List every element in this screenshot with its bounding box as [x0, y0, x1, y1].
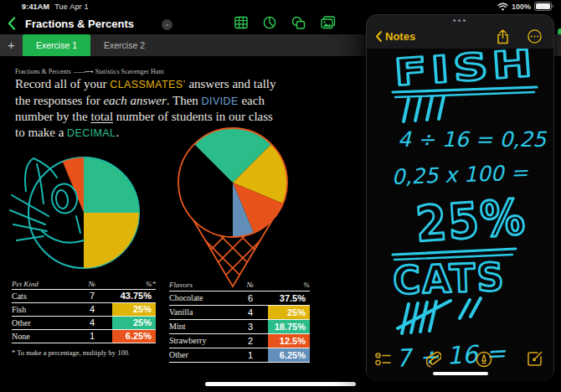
back-icon[interactable]: [8, 17, 16, 30]
wifi-icon: [497, 3, 508, 11]
note-result-25pct: 25%: [414, 188, 528, 253]
chart-icon[interactable]: [263, 16, 276, 29]
col-header: %: [268, 280, 310, 291]
table-row: Other 1 6.25%: [169, 348, 310, 362]
panel-home-indicator[interactable]: [433, 372, 488, 375]
flavors-table: Flavors № % Chocolate 6 37.5% Vanilla 4 …: [169, 280, 310, 363]
share-icon[interactable]: [497, 29, 509, 44]
notes-back-button[interactable]: Notes: [375, 30, 415, 43]
divide-highlight: DIVIDE: [202, 95, 239, 107]
table-row: Mint 3 18.75%: [169, 319, 310, 333]
table-row: Cats 7 43.75%: [12, 289, 156, 302]
table-row: Other 4 25%: [12, 316, 156, 329]
col-header: Pet Kind: [12, 280, 72, 289]
tab-exercise-2[interactable]: Exercise 2: [90, 34, 158, 56]
attachment-icon[interactable]: [426, 350, 441, 368]
home-indicator[interactable]: [205, 382, 356, 386]
cats-tally-marks: [398, 298, 481, 333]
table-row: None 1 6.25%: [12, 329, 156, 343]
pie-slice-other: [84, 157, 139, 213]
pet-pie-chart-cat: [7, 152, 151, 274]
note-drawing-canvas[interactable]: FISH 4 ÷ 16 = 0,25 0,25 x 100 = 25% CATS: [367, 49, 553, 381]
table-row: Strawberry 2 12.5%: [169, 333, 310, 348]
classmates-highlight: CLASSMATES’: [110, 79, 185, 90]
ipad-screen: 9:41AMTue Apr 1 100% Fractions & Percent…: [0, 0, 561, 392]
col-header: Flavors: [169, 280, 233, 291]
decimal-highlight: DECIMAL: [67, 127, 116, 139]
col-header: %*: [112, 280, 156, 289]
title-menu-chevron-icon[interactable]: ⌄: [162, 19, 172, 30]
tab-exercise-1[interactable]: Exercise 1: [23, 34, 90, 56]
shapes-icon[interactable]: [291, 16, 306, 29]
note-word-fish: FISH: [393, 49, 538, 94]
slideover-drag-handle[interactable]: •••: [367, 16, 553, 24]
note-word-cats: CATS: [392, 254, 506, 303]
battery-icon: [534, 2, 554, 11]
col-header: №: [72, 280, 112, 289]
notes-slideover-panel: ••• Notes FISH: [366, 14, 554, 381]
result-underline: [393, 249, 516, 255]
table-icon[interactable]: [234, 16, 248, 29]
media-icon[interactable]: [321, 16, 336, 29]
status-bar: 9:41AMTue Apr 1 100%: [0, 0, 561, 13]
pets-table: Pet Kind № %* Cats 7 43.75% Fish 4 25% O…: [12, 280, 156, 343]
worksheet-breadcrumb: Fractions & Percents——⟶Statistics Scaven…: [15, 68, 164, 75]
pie-slice-none: [63, 157, 84, 213]
note-math-line-1: 4 ÷ 16 = 0,25: [398, 127, 547, 152]
table-row: Fish 4 25%: [12, 302, 156, 316]
fish-underline: [393, 87, 537, 92]
chevron-left-icon: [375, 31, 382, 42]
clock: 9:41AM: [22, 3, 49, 11]
table-row: Vanilla 4 25%: [169, 305, 310, 319]
date: Tue Apr 1: [54, 3, 89, 11]
compose-icon[interactable]: [527, 350, 543, 367]
table-row: Chocolate 6 37.5%: [169, 291, 310, 305]
handwriting-ink: FISH 4 ÷ 16 = 0,25 0,25 x 100 = 25% CATS: [367, 49, 553, 381]
battery-percent: 100%: [512, 3, 531, 11]
markup-pen-icon[interactable]: [476, 351, 492, 368]
note-math-line-2: 0,25 x 100 =: [391, 160, 529, 189]
add-sheet-button[interactable]: +: [0, 34, 23, 56]
fish-tally-marks: [404, 96, 444, 121]
col-header: №: [233, 280, 268, 291]
table-footnote: * To make a percentage, multiply by 100.: [12, 348, 130, 357]
flavor-pie-chart-icecream: [172, 124, 294, 291]
pie-slice-fish: [84, 213, 139, 268]
document-title[interactable]: Fractions & Percents: [25, 18, 134, 30]
more-options-icon[interactable]: [528, 29, 542, 44]
checklist-icon[interactable]: [375, 352, 392, 367]
